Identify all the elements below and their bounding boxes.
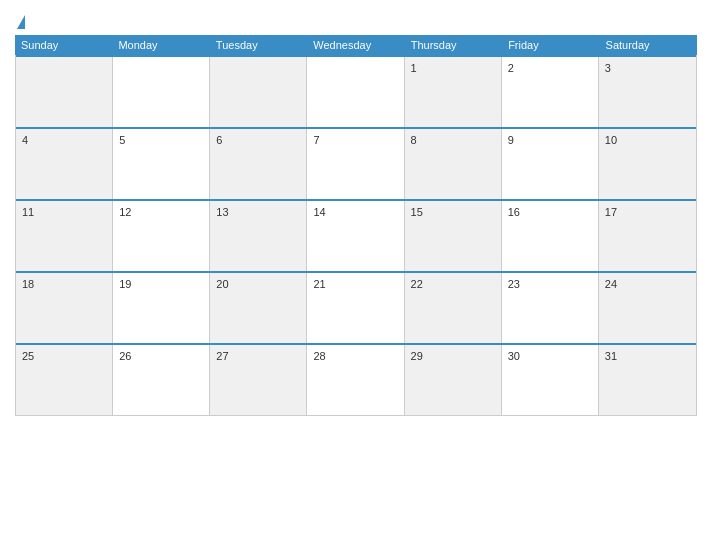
day-cell: 17 bbox=[599, 201, 696, 271]
day-cell: 5 bbox=[113, 129, 210, 199]
day-cell: 14 bbox=[307, 201, 404, 271]
day-number: 14 bbox=[313, 206, 325, 218]
logo-triangle-icon bbox=[17, 15, 25, 29]
week-row-4: 25262728293031 bbox=[16, 343, 696, 415]
week-row-3: 18192021222324 bbox=[16, 271, 696, 343]
calendar-header bbox=[15, 10, 697, 35]
day-cell: 15 bbox=[405, 201, 502, 271]
calendar-container: SundayMondayTuesdayWednesdayThursdayFrid… bbox=[0, 0, 712, 550]
day-number: 3 bbox=[605, 62, 611, 74]
day-cell: 21 bbox=[307, 273, 404, 343]
logo-top-row bbox=[15, 15, 25, 27]
day-cell: 12 bbox=[113, 201, 210, 271]
day-number: 22 bbox=[411, 278, 423, 290]
logo-block bbox=[15, 15, 25, 27]
day-cell: 11 bbox=[16, 201, 113, 271]
day-cell: 25 bbox=[16, 345, 113, 415]
day-cell: 20 bbox=[210, 273, 307, 343]
day-cell bbox=[113, 57, 210, 127]
day-header-sunday: Sunday bbox=[15, 35, 112, 55]
day-header-monday: Monday bbox=[112, 35, 209, 55]
day-cell: 23 bbox=[502, 273, 599, 343]
day-cell: 27 bbox=[210, 345, 307, 415]
calendar-grid: 1234567891011121314151617181920212223242… bbox=[15, 55, 697, 416]
day-number: 16 bbox=[508, 206, 520, 218]
day-cell: 31 bbox=[599, 345, 696, 415]
day-cell: 4 bbox=[16, 129, 113, 199]
day-number: 26 bbox=[119, 350, 131, 362]
day-number: 12 bbox=[119, 206, 131, 218]
day-cell bbox=[307, 57, 404, 127]
day-headers: SundayMondayTuesdayWednesdayThursdayFrid… bbox=[15, 35, 697, 55]
day-cell: 2 bbox=[502, 57, 599, 127]
day-number: 15 bbox=[411, 206, 423, 218]
day-cell bbox=[16, 57, 113, 127]
day-number: 27 bbox=[216, 350, 228, 362]
day-header-saturday: Saturday bbox=[600, 35, 697, 55]
day-cell: 26 bbox=[113, 345, 210, 415]
week-row-2: 11121314151617 bbox=[16, 199, 696, 271]
day-number: 21 bbox=[313, 278, 325, 290]
day-number: 19 bbox=[119, 278, 131, 290]
day-header-wednesday: Wednesday bbox=[307, 35, 404, 55]
day-number: 4 bbox=[22, 134, 28, 146]
day-header-friday: Friday bbox=[502, 35, 599, 55]
day-number: 10 bbox=[605, 134, 617, 146]
logo bbox=[15, 15, 25, 27]
day-number: 17 bbox=[605, 206, 617, 218]
day-number: 30 bbox=[508, 350, 520, 362]
day-number: 20 bbox=[216, 278, 228, 290]
day-cell: 6 bbox=[210, 129, 307, 199]
day-cell: 3 bbox=[599, 57, 696, 127]
day-cell: 29 bbox=[405, 345, 502, 415]
day-cell: 19 bbox=[113, 273, 210, 343]
day-number: 18 bbox=[22, 278, 34, 290]
day-number: 8 bbox=[411, 134, 417, 146]
day-cell: 10 bbox=[599, 129, 696, 199]
day-number: 13 bbox=[216, 206, 228, 218]
day-header-tuesday: Tuesday bbox=[210, 35, 307, 55]
day-number: 29 bbox=[411, 350, 423, 362]
day-number: 25 bbox=[22, 350, 34, 362]
day-number: 23 bbox=[508, 278, 520, 290]
day-cell: 7 bbox=[307, 129, 404, 199]
day-number: 6 bbox=[216, 134, 222, 146]
day-number: 1 bbox=[411, 62, 417, 74]
day-cell: 30 bbox=[502, 345, 599, 415]
day-cell: 18 bbox=[16, 273, 113, 343]
day-header-thursday: Thursday bbox=[405, 35, 502, 55]
day-cell bbox=[210, 57, 307, 127]
day-cell: 13 bbox=[210, 201, 307, 271]
day-cell: 22 bbox=[405, 273, 502, 343]
day-number: 11 bbox=[22, 206, 34, 218]
day-cell: 1 bbox=[405, 57, 502, 127]
day-cell: 9 bbox=[502, 129, 599, 199]
day-cell: 16 bbox=[502, 201, 599, 271]
day-cell: 8 bbox=[405, 129, 502, 199]
week-row-1: 45678910 bbox=[16, 127, 696, 199]
day-number: 31 bbox=[605, 350, 617, 362]
day-number: 9 bbox=[508, 134, 514, 146]
day-cell: 28 bbox=[307, 345, 404, 415]
day-number: 2 bbox=[508, 62, 514, 74]
day-cell: 24 bbox=[599, 273, 696, 343]
week-row-0: 123 bbox=[16, 55, 696, 127]
day-number: 7 bbox=[313, 134, 319, 146]
day-number: 5 bbox=[119, 134, 125, 146]
day-number: 24 bbox=[605, 278, 617, 290]
day-number: 28 bbox=[313, 350, 325, 362]
